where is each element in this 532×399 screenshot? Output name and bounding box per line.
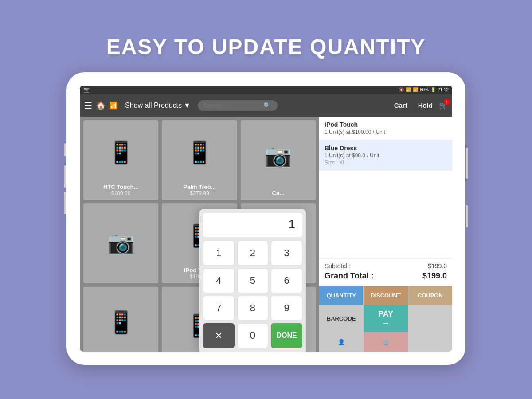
numpad-3[interactable]: 3 — [271, 241, 302, 266]
numpad-2[interactable]: 2 — [237, 241, 269, 266]
home-icon[interactable]: 🏠 — [96, 101, 106, 110]
dropdown-arrow-icon: ▼ — [184, 102, 191, 110]
cart-item-desc: 1 Unit(s) at $99.0 / Unit — [325, 153, 447, 159]
trash-icon: 🗑️ — [382, 339, 389, 345]
subtotal-row: Subtotal : $199.0 — [325, 262, 447, 270]
list-item[interactable]: 📱 Palm Treo... $279.99 — [162, 120, 237, 200]
show-products-label: Show all Products — [125, 102, 182, 110]
numpad-display: 1 — [203, 213, 302, 237]
grand-total-label: Grand Total : — [325, 271, 374, 281]
product-image: 📷 — [87, 207, 155, 278]
nav-left: ☰ 🏠 📶 Show all Products ▼ 🔍 — [84, 100, 385, 111]
cart-item-name: Blue Dress — [325, 145, 447, 152]
numpad-8[interactable]: 8 — [237, 296, 269, 321]
cart-badge: 1 — [444, 99, 450, 105]
cart-item-name: iPod Touch — [325, 121, 447, 128]
subtotal-label: Subtotal : — [325, 262, 351, 270]
numpad-overlay: 1 1 2 3 4 5 6 7 8 9 ✕ 0 DONE — [200, 209, 306, 352]
product-image: 📱 — [87, 290, 155, 352]
numpad-6[interactable]: 6 — [271, 268, 302, 293]
arrow-right-icon: → — [382, 319, 390, 328]
page-title: EASY TO UPDATE QUANTITY — [106, 35, 426, 59]
table-row[interactable]: Blue Dress 1 Unit(s) at $99.0 / Unit Siz… — [319, 140, 452, 171]
time-display: 21:12 — [438, 87, 449, 92]
product-name: Ca... — [244, 190, 312, 196]
search-input[interactable] — [203, 102, 261, 109]
product-price: $279.99 — [190, 190, 209, 196]
grand-total-row: Grand Total : $199.0 — [325, 271, 447, 281]
action-buttons: QUANTITY DISCOUNT COUPON — [319, 286, 452, 305]
cart-item-attr: Size : XL — [325, 160, 447, 166]
product-image: 📷 — [244, 124, 312, 188]
cart-icon-button[interactable]: 🛒 1 — [439, 101, 448, 110]
product-name: Palm Treo... — [165, 184, 233, 190]
product-image: 📱 — [87, 124, 155, 182]
numpad-grid: 1 2 3 4 5 6 7 8 9 ✕ 0 DONE — [203, 241, 302, 348]
volume-button-1 — [64, 143, 66, 156]
cart-nav: Cart Hold 🛒 1 — [390, 100, 448, 111]
search-bar[interactable]: 🔍 — [198, 100, 278, 111]
hold-button[interactable]: Hold — [414, 100, 437, 111]
numpad-7[interactable]: 7 — [203, 296, 235, 321]
grand-total-value: $199.0 — [422, 271, 447, 281]
wifi-status-icon: 📶 — [406, 87, 411, 92]
table-row[interactable]: iPod Touch 1 Unit(s) at $100.00 / Unit — [319, 117, 452, 140]
battery-icon: 🔋 — [430, 87, 436, 92]
status-bar: 📷 🔇 📶 📶 80% 🔋 21:12 — [80, 86, 452, 94]
product-name: HTC Touch... — [87, 184, 155, 190]
product-image: 📱 — [165, 124, 233, 182]
bottom-buttons: BARCODE PAY → — [319, 305, 452, 332]
main-content: 📱 HTC Touch... $100.00 📱 Palm Treo... $2… — [80, 117, 452, 352]
screen: 📷 🔇 📶 📶 80% 🔋 21:12 ☰ 🏠 📶 Show all Produ… — [80, 86, 452, 352]
status-left: 📷 — [83, 87, 90, 93]
pay-label: PAY — [378, 309, 393, 319]
cart-panel: iPod Touch 1 Unit(s) at $100.00 / Unit B… — [319, 117, 452, 352]
discount-button[interactable]: DISCOUNT — [364, 286, 407, 305]
numpad-1[interactable]: 1 — [203, 241, 235, 266]
delete-button[interactable]: 🗑️ — [364, 332, 407, 352]
home-button — [466, 205, 468, 227]
search-icon: 🔍 — [263, 102, 271, 109]
barcode-button[interactable]: BARCODE — [319, 305, 363, 332]
volume-button-2 — [64, 165, 66, 188]
coupon-button[interactable]: COUPON — [408, 286, 452, 305]
cart-button[interactable]: Cart — [390, 100, 412, 111]
list-item[interactable]: 📱 HTC Touch... $100.00 — [83, 120, 158, 200]
pay-button[interactable]: PAY → — [364, 305, 407, 332]
cart-items-list: iPod Touch 1 Unit(s) at $100.00 / Unit B… — [319, 117, 452, 258]
customer-button[interactable]: 👤 — [319, 332, 363, 352]
icon-buttons-row: 👤 🗑️ — [319, 332, 452, 352]
numpad-done-button[interactable]: DONE — [271, 323, 302, 348]
quantity-button[interactable]: QUANTITY — [319, 286, 363, 305]
product-price: $100.00 — [111, 190, 130, 196]
tablet-frame: 📷 🔇 📶 📶 80% 🔋 21:12 ☰ 🏠 📶 Show all Produ… — [66, 72, 466, 365]
battery-percent: 80% — [420, 87, 429, 92]
cart-totals: Subtotal : $199.0 Grand Total : $199.0 — [319, 258, 452, 286]
numpad-delete-button[interactable]: ✕ — [203, 323, 235, 348]
volume-button-3 — [64, 192, 66, 214]
signal-icon: 📶 — [413, 87, 418, 92]
cart-item-desc: 1 Unit(s) at $100.00 / Unit — [325, 129, 447, 135]
list-item[interactable]: 📱 iPo... — [83, 287, 158, 352]
list-item[interactable]: 📷 — [83, 203, 158, 283]
customer-icon: 👤 — [338, 339, 345, 345]
mute-icon: 🔇 — [399, 87, 404, 92]
numpad-5[interactable]: 5 — [237, 268, 269, 293]
show-products-button[interactable]: Show all Products ▼ — [121, 100, 194, 111]
status-right: 🔇 📶 📶 80% 🔋 21:12 — [399, 87, 449, 92]
numpad-9[interactable]: 9 — [271, 296, 302, 321]
hamburger-menu-icon[interactable]: ☰ — [84, 100, 92, 111]
numpad-4[interactable]: 4 — [203, 268, 235, 293]
top-nav: ☰ 🏠 📶 Show all Products ▼ 🔍 Cart Hold 🛒 … — [80, 94, 452, 117]
wifi-icon: 📶 — [109, 101, 118, 110]
numpad-0[interactable]: 0 — [237, 323, 269, 348]
power-button — [466, 148, 468, 179]
list-item[interactable]: 📷 Ca... — [241, 120, 316, 200]
subtotal-value: $199.0 — [428, 262, 447, 270]
